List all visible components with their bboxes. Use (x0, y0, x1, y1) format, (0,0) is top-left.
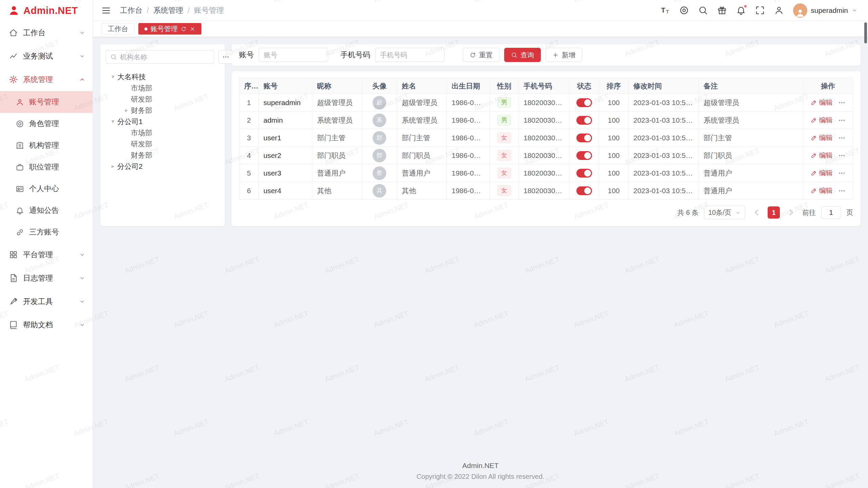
cell-order: 100 (599, 182, 629, 200)
cell-gender: 女 (490, 129, 519, 147)
row-more-button[interactable] (838, 169, 846, 177)
cell-no: 1 (239, 94, 259, 111)
org-search (106, 50, 214, 64)
edit-button[interactable]: 编辑 (811, 116, 833, 125)
row-more-button[interactable] (838, 99, 846, 106)
font-size-icon[interactable]: TT (660, 5, 670, 15)
org-search-input[interactable] (120, 53, 210, 61)
sidebar-item-label: 业务测试 (23, 51, 79, 61)
org-icon (16, 141, 24, 150)
sidebar-item-position-mgmt[interactable]: 职位管理 (0, 156, 93, 178)
sidebar-item-log-mgmt[interactable]: 日志管理 (0, 266, 93, 290)
sidebar-item-help-docs[interactable]: 帮助文档 (0, 313, 93, 337)
tree-node[interactable]: 研发部 (106, 138, 219, 149)
row-more-button[interactable] (838, 117, 846, 124)
cell-order: 100 (599, 94, 629, 111)
gift-icon[interactable] (717, 5, 727, 15)
user-menu[interactable]: superadmin (793, 3, 858, 18)
reset-button[interactable]: 重置 (463, 48, 499, 62)
logo-icon (8, 5, 20, 16)
tree-node[interactable]: ▾大名科技 (106, 71, 219, 82)
bell-icon (16, 206, 24, 215)
tree-node-label: 研发部 (131, 139, 152, 149)
sidebar-item-personal-center[interactable]: 个人中心 (0, 178, 93, 200)
edit-button[interactable]: 编辑 (811, 133, 833, 142)
row-more-button[interactable] (838, 187, 846, 195)
cell-name: 系统管理员 (397, 111, 447, 129)
goto-page-input[interactable] (821, 206, 841, 219)
tree-node[interactable]: 市场部 (106, 82, 219, 94)
account-input[interactable] (259, 48, 328, 62)
topbar: 工作台/系统管理/账号管理 TT superadmin (93, 0, 868, 21)
table-row: 1superadmin超级管理员超超级管理员1986-06-28男1802003… (239, 94, 853, 111)
language-icon[interactable] (679, 5, 689, 15)
edit-button[interactable]: 编辑 (811, 186, 833, 195)
edit-button[interactable]: 编辑 (811, 168, 833, 178)
sidebar-item-dev-tools[interactable]: 开发工具 (0, 290, 93, 313)
tree-node[interactable]: 研发部 (106, 94, 219, 105)
prev-page-button[interactable] (751, 207, 762, 218)
tree-node[interactable]: ▸财务部 (106, 105, 219, 116)
fullscreen-icon[interactable] (755, 5, 765, 15)
column-header: 手机号码 (519, 78, 570, 94)
caret-right-icon[interactable]: ▸ (108, 163, 117, 170)
cell-nickname: 超级管理员 (312, 94, 362, 111)
tab-account-mgmt[interactable]: 账号管理 (138, 23, 201, 35)
cell-gender: 男 (490, 94, 519, 111)
tree-node[interactable]: ▾分公司1 (106, 116, 219, 127)
user-icon[interactable] (774, 5, 784, 15)
accounts-table-panel: 序号账号昵称头像姓名出生日期性别手机号码状态排序修改时间备注操作1superad… (232, 71, 861, 226)
page-size-select[interactable]: 10条/页 (704, 206, 745, 219)
page-number-1[interactable]: 1 (768, 206, 780, 219)
tree-node[interactable]: ▸分公司2 (106, 161, 219, 172)
search-button[interactable]: 查询 (504, 48, 541, 62)
caret-down-icon[interactable]: ▾ (108, 73, 117, 80)
sidebar-item-role-mgmt[interactable]: 角色管理 (0, 113, 93, 135)
sidebar-item-org-mgmt[interactable]: 机构管理 (0, 135, 93, 156)
sidebar-item-workbench[interactable]: 工作台 (0, 21, 93, 44)
caret-right-icon[interactable]: ▸ (122, 107, 131, 114)
tab-workbench[interactable]: 工作台 (102, 23, 134, 35)
sidebar-item-system-mgmt[interactable]: 系统管理 (0, 68, 93, 91)
close-icon[interactable] (190, 26, 195, 32)
tree-node[interactable]: 市场部 (106, 127, 219, 138)
app-root: Admin.NET 工作台业务测试系统管理账号管理角色管理机构管理职位管理个人中… (0, 0, 868, 488)
sidebar-item-label: 系统管理 (23, 75, 79, 85)
status-toggle[interactable] (576, 98, 592, 107)
chevron-down-icon (79, 321, 86, 328)
cell-birth: 1986-06-28 (447, 94, 490, 111)
add-button[interactable]: 新增 (546, 48, 582, 62)
reset-button-label: 重置 (479, 50, 493, 60)
breadcrumb-separator: / (147, 6, 149, 15)
phone-input[interactable] (375, 48, 445, 62)
next-page-button[interactable] (785, 207, 797, 218)
refresh-icon[interactable] (181, 26, 186, 32)
tree-node-label: 大名科技 (117, 72, 146, 82)
search-icon[interactable] (698, 5, 708, 15)
status-toggle[interactable] (576, 134, 592, 142)
sidebar-item-label: 开发工具 (23, 297, 79, 307)
sidebar-item-account-mgmt[interactable]: 账号管理 (0, 91, 93, 113)
status-toggle[interactable] (576, 151, 592, 160)
caret-down-icon[interactable]: ▾ (108, 118, 117, 125)
notification-icon[interactable] (736, 5, 746, 15)
edit-button[interactable]: 编辑 (811, 151, 833, 160)
tree-node[interactable]: 财务部 (106, 149, 219, 161)
breadcrumb-item[interactable]: 工作台 (120, 5, 142, 16)
sidebar-item-notice[interactable]: 通知公告 (0, 200, 93, 221)
tree-more-button[interactable] (218, 50, 233, 64)
sidebar-item-third-account[interactable]: 三方账号 (0, 221, 93, 243)
status-toggle[interactable] (576, 186, 592, 195)
status-toggle[interactable] (576, 116, 592, 125)
pagination: 共 6 条 10条/页 1 前往 页 (239, 206, 853, 219)
status-toggle[interactable] (576, 169, 592, 178)
goto-label: 前往 (802, 208, 816, 217)
edit-button[interactable]: 编辑 (811, 98, 833, 107)
menu-toggle-icon[interactable] (101, 5, 111, 16)
row-more-button[interactable] (838, 152, 846, 159)
sidebar-item-platform-mgmt[interactable]: 平台管理 (0, 243, 93, 266)
scrollbar-thumb[interactable] (864, 22, 867, 43)
breadcrumb-item[interactable]: 系统管理 (153, 5, 183, 16)
sidebar-item-business-test[interactable]: 业务测试 (0, 44, 93, 68)
row-more-button[interactable] (838, 134, 846, 142)
